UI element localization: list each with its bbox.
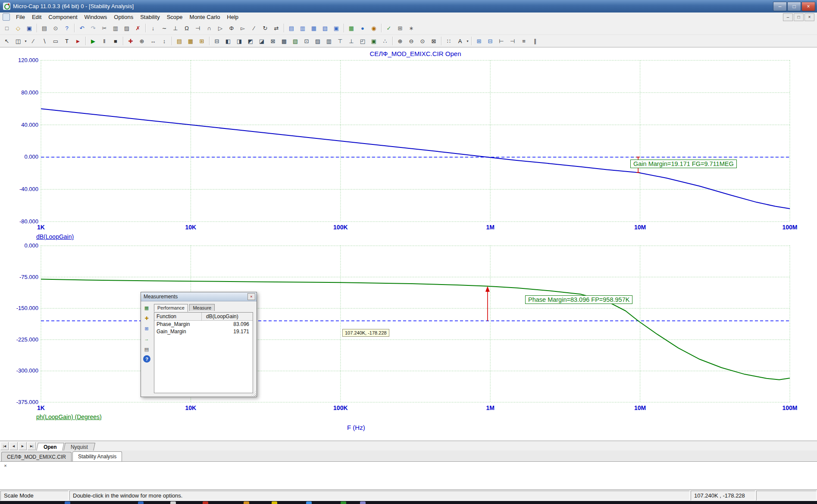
menu-scope[interactable]: Scope (163, 13, 186, 21)
table-row[interactable]: Phase_Margin 83.096 (154, 321, 253, 328)
column-db-loopgain[interactable]: dB(LoopGain) (202, 313, 253, 320)
menu-file[interactable]: File (13, 13, 28, 21)
cursor-readout-box[interactable]: 107.240K, -178.228 (342, 329, 389, 337)
align-right-icon[interactable]: ⊣ (507, 36, 518, 46)
menu-component[interactable]: Component (45, 13, 81, 21)
three-d-plot-icon[interactable]: ◩ (245, 36, 256, 46)
minimize-button[interactable]: – (773, 2, 787, 11)
column-function[interactable]: Function (154, 313, 202, 320)
font-icon[interactable]: A (455, 36, 465, 46)
pause-icon[interactable]: ‖ (99, 36, 110, 46)
point-tag-icon[interactable]: ⊕ (137, 36, 147, 46)
new-icon[interactable]: □ (2, 23, 12, 33)
tab-measure[interactable]: Measure (189, 304, 215, 311)
measurements-dialog[interactable]: Measurements × ▦✚⊞→▤? Performance Measur… (141, 292, 257, 397)
analysis-plot-panel[interactable]: 1K10K100K1M10M100M120.00080.00040.0000.0… (0, 47, 817, 441)
help-icon[interactable]: ? (62, 23, 72, 33)
table-icon[interactable]: ⊞ (142, 324, 151, 333)
stop-icon[interactable]: ■ (110, 36, 121, 46)
delete-icon[interactable]: ✗ (133, 23, 143, 33)
menu-options[interactable]: Options (110, 13, 137, 21)
plot-icon[interactable]: ▦ (142, 304, 151, 312)
slider-icon[interactable]: ⊠ (268, 36, 278, 46)
menu-help[interactable]: Help (223, 13, 242, 21)
zoom-region-icon[interactable]: ⊙ (417, 36, 428, 46)
capacitor-icon[interactable]: ⊣ (193, 23, 203, 33)
taskbar-app-icon[interactable] (341, 501, 346, 504)
vertical-tag-icon[interactable]: ↕ (159, 36, 169, 46)
open-icon[interactable]: ◇ (13, 23, 23, 33)
select-icon[interactable]: ↖ (2, 36, 12, 46)
page-delete-icon[interactable]: ⊟ (485, 36, 495, 46)
wire-icon[interactable]: ∕ (28, 36, 38, 46)
image-icon[interactable]: ▦ (346, 23, 357, 33)
taskbar-app-icon[interactable] (272, 501, 277, 504)
component-mode-icon[interactable]: ◫ (13, 36, 23, 46)
sine-source-icon[interactable]: ∼ (159, 23, 169, 33)
menu-stability[interactable]: Stability (137, 13, 163, 21)
baseline-icon[interactable]: ⊥ (346, 36, 357, 46)
transistor-icon[interactable]: Φ (226, 23, 237, 33)
help-icon[interactable]: ? (143, 355, 150, 363)
rect-icon[interactable]: ▭ (50, 36, 61, 46)
smith-chart-icon[interactable]: ◧ (223, 36, 233, 46)
save-icon[interactable]: ▣ (24, 23, 34, 33)
sheet-grid-icon[interactable]: ▧ (320, 23, 330, 33)
zoom-in-icon[interactable]: ⊕ (395, 36, 405, 46)
phase-margin-annotation[interactable]: Phase Margin=83.096 FP=958.957K (525, 295, 632, 304)
check-icon[interactable]: ✓ (384, 23, 394, 33)
redo-icon[interactable]: ↷ (88, 23, 98, 33)
ruler-icon[interactable]: ⊤ (335, 36, 345, 46)
file-tab-stability-analysis[interactable]: Stability Analysis (72, 451, 122, 461)
gain-curve-label[interactable]: dB(LoopGain) (36, 233, 74, 240)
camera-icon[interactable]: ◉ (369, 23, 379, 33)
flag-icon[interactable]: ► (73, 36, 83, 46)
page-tab-nyquist[interactable]: Nyquist (63, 443, 95, 451)
taskbar-app-icon[interactable] (170, 501, 176, 504)
distribute-icon[interactable]: ≡ (519, 36, 529, 46)
paste-icon[interactable]: ▨ (122, 23, 132, 33)
data-points-icon[interactable]: ∴ (380, 36, 390, 46)
globe-icon[interactable]: ● (357, 23, 368, 33)
grid-snap-icon[interactable]: ∷ (444, 36, 454, 46)
rotate-icon[interactable]: ↻ (260, 23, 270, 33)
cursor-icon[interactable]: ✚ (142, 314, 151, 322)
autoscale-icon[interactable]: ⊠ (429, 36, 439, 46)
taskbar-app-icon[interactable] (244, 501, 249, 504)
add-window-icon[interactable]: ⊞ (197, 36, 207, 46)
measurements-table[interactable]: Function dB(LoopGain) Phase_Margin 83.09… (154, 312, 253, 393)
mdi-restore-button[interactable]: □ (794, 13, 804, 21)
mirror-icon[interactable]: ⇄ (271, 23, 282, 33)
export-icon[interactable]: → (142, 335, 151, 343)
horizontal-tag-icon[interactable]: ↔ (148, 36, 158, 46)
sheet-info-icon[interactable]: ▤ (286, 23, 297, 33)
sheet-border-icon[interactable]: ▥ (297, 23, 308, 33)
opamp-icon[interactable]: ▻ (238, 23, 248, 33)
normalize-icon[interactable]: ▧ (290, 36, 301, 46)
component-dropdown-icon[interactable]: ▾ (24, 39, 28, 43)
menu-windows[interactable]: Windows (81, 13, 111, 21)
menu-monte-carlo[interactable]: Monte Carlo (186, 13, 224, 21)
print-icon[interactable]: ▤ (39, 23, 50, 33)
copy-icon[interactable]: ▥ (110, 23, 121, 33)
text-panel[interactable]: × (0, 462, 817, 489)
mdi-close-button[interactable]: × (804, 13, 814, 21)
run-icon[interactable]: ▶ (88, 36, 98, 46)
stack-plots-icon[interactable]: ∥ (530, 36, 540, 46)
zoom-out-icon[interactable]: ⊖ (406, 36, 416, 46)
find-icon[interactable]: ⊙ (50, 23, 61, 33)
polar-plot-icon[interactable]: ◨ (234, 36, 244, 46)
performance-plot-icon[interactable]: ◪ (257, 36, 267, 46)
gain-margin-annotation[interactable]: Gain Margin=19.171 FG=9.711MEG (630, 160, 737, 168)
tab-performance[interactable]: Performance (154, 304, 188, 312)
properties-icon[interactable]: ▤ (174, 36, 185, 46)
text-icon[interactable]: T (62, 36, 72, 46)
cut-icon[interactable]: ✂ (99, 23, 110, 33)
diode-icon[interactable]: ▷ (215, 23, 225, 33)
ground-icon[interactable]: ⊥ (170, 23, 181, 33)
align-left-icon[interactable]: ⊢ (496, 36, 507, 46)
undo-icon[interactable]: ↶ (77, 23, 87, 33)
font-dropdown-icon[interactable]: ▾ (466, 39, 470, 43)
list-icon[interactable]: ▤ (142, 345, 151, 354)
sheet-title-icon[interactable]: ▦ (309, 23, 319, 33)
